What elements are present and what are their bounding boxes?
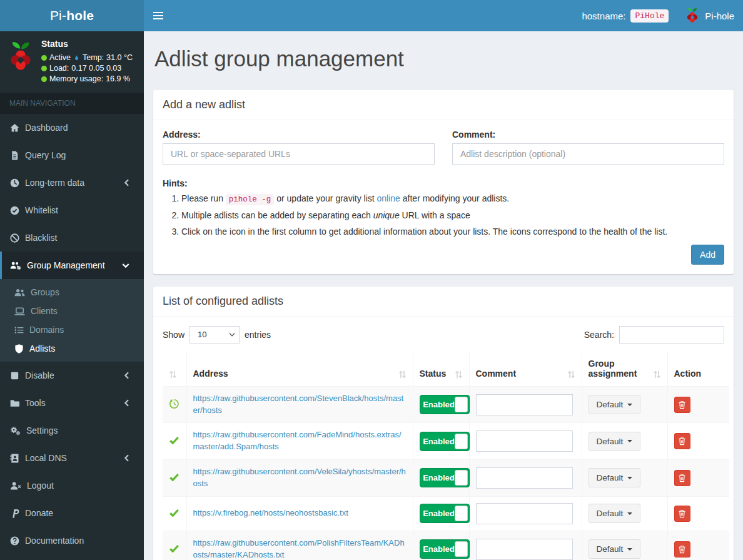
status-column-header[interactable]: Status [413, 352, 469, 387]
user-times-icon [9, 481, 22, 491]
sidebar-item-long-term-data[interactable]: Long-term data [0, 169, 144, 196]
table-row: https://raw.githubusercontent.com/Polish… [163, 531, 729, 560]
adlist-url-link[interactable]: https://raw.githubusercontent.com/FadeMi… [193, 430, 402, 451]
status-panel: Status Active Temp: 31.0 °C Load: 0.17 0 [0, 31, 144, 93]
file-icon [9, 150, 20, 161]
online-link[interactable]: online [377, 193, 400, 203]
table-row: https://raw.githubusercontent.com/FadeMi… [163, 423, 729, 460]
sidebar-item-documentation[interactable]: Documentation [0, 527, 144, 554]
group-assignment-dropdown[interactable]: Default [589, 468, 641, 487]
comment-input[interactable] [476, 430, 573, 452]
group-assignment-dropdown[interactable]: Default [589, 395, 641, 414]
sidebar-item-donate[interactable]: Donate [0, 499, 144, 527]
hint-item: Please run pihole -g or update your grav… [181, 192, 724, 205]
history-icon[interactable] [169, 399, 179, 409]
group-assignment-dropdown[interactable]: Default [589, 504, 641, 523]
search-input[interactable] [619, 326, 724, 344]
app: Pi-hole hostname: PiHole [0, 0, 743, 560]
adlist-url-link[interactable]: https://raw.githubusercontent.com/Polish… [193, 538, 405, 559]
status-toggle[interactable]: Enabled [420, 539, 470, 559]
sidebar-item-clients[interactable]: Clients [0, 302, 144, 320]
check-icon[interactable] [169, 543, 179, 554]
sidebar-item-whitelist[interactable]: Whitelist [0, 196, 144, 224]
status-toggle[interactable]: Enabled [420, 468, 470, 487]
adlist-url-link[interactable]: https://raw.githubusercontent.com/Steven… [193, 394, 404, 415]
adlist-url-link[interactable]: https://raw.githubusercontent.com/VeleSi… [193, 467, 406, 488]
sidebar-item-disable[interactable]: Disable [0, 362, 144, 389]
group-management-submenu: Groups Clients Domains Adlists [0, 279, 144, 362]
status-toggle[interactable]: Enabled [420, 395, 470, 414]
group-column-header[interactable]: Group assignment [582, 352, 667, 387]
sidebar-item-query-log[interactable]: Query Log [0, 141, 144, 169]
hint-item: Click on the icon in the first column to… [181, 225, 724, 238]
delete-adlist-button[interactable] [674, 506, 690, 522]
toggle-knob [455, 397, 468, 412]
page-title: Adlist group management [154, 46, 734, 71]
search-label: Search: [584, 330, 614, 340]
ban-icon [9, 233, 20, 243]
users-gear-icon [9, 260, 22, 271]
sidebar-item-blacklist[interactable]: Blacklist [0, 224, 144, 252]
hamburger-icon [153, 12, 163, 13]
status-toggle[interactable]: Enabled [420, 504, 470, 523]
status-dot-icon [41, 66, 47, 71]
sidebar-item-groups[interactable]: Groups [0, 283, 144, 302]
delete-adlist-button[interactable] [674, 433, 690, 449]
check-icon[interactable] [169, 507, 179, 518]
sidebar-item-dashboard[interactable]: Dashboard [0, 114, 144, 141]
sidebar-item-settings[interactable]: Settings [0, 417, 144, 444]
sidebar-item-group-management[interactable]: Group Management [0, 252, 144, 279]
check-icon[interactable] [169, 472, 179, 482]
comment-input[interactable] [476, 539, 573, 560]
page-size-select[interactable]: 10 [190, 326, 240, 344]
load-value: 0.17 0.05 0.03 [71, 64, 121, 73]
navbar-app-name: Pi-hole [705, 11, 734, 21]
caret-down-icon [627, 477, 632, 479]
group-assignment-dropdown[interactable]: Default [589, 539, 641, 559]
delete-adlist-button[interactable] [674, 397, 690, 413]
table-row: https://raw.githubusercontent.com/Steven… [163, 386, 729, 423]
status-dot-icon [41, 76, 47, 82]
add-adlist-box-title: Add a new adlist [153, 90, 734, 120]
toggle-knob [455, 434, 468, 449]
paypal-icon [9, 508, 20, 519]
pihole-g-code: pihole -g [226, 194, 275, 205]
group-assignment-dropdown[interactable]: Default [589, 432, 641, 451]
comment-input[interactable] [476, 503, 573, 524]
delete-adlist-button[interactable] [674, 470, 690, 486]
navbar-brand-link[interactable]: Pi-hole [685, 8, 734, 24]
status-toggle[interactable]: Enabled [420, 432, 470, 451]
temperature-flame-icon [73, 54, 80, 62]
comment-column-header[interactable]: Comment [469, 352, 582, 387]
sort-icon [455, 370, 463, 379]
comment-input[interactable] [476, 467, 573, 489]
add-button[interactable]: Add [691, 245, 724, 265]
toggle-knob [455, 541, 468, 557]
sort-icon [653, 370, 661, 379]
sidebar-toggle-button[interactable] [144, 0, 173, 31]
new-comment-input[interactable] [452, 143, 724, 165]
sidebar-item-tools[interactable]: Tools [0, 389, 144, 417]
app-logo[interactable]: Pi-hole [0, 0, 144, 31]
check-icon[interactable] [169, 435, 179, 445]
sidebar-item-adlists[interactable]: Adlists [0, 339, 144, 358]
load-label: Load: [49, 64, 69, 73]
nav-section-label: MAIN NAVIGATION [0, 93, 144, 114]
sidebar-item-logout[interactable]: Logout [0, 472, 144, 499]
chevron-down-icon [122, 263, 129, 268]
delete-adlist-button[interactable] [674, 541, 690, 557]
chevron-left-icon [124, 399, 129, 407]
sidebar-item-local-dns[interactable]: Local DNS [0, 444, 144, 472]
table-controls: Show 10 entries Search: [163, 326, 724, 344]
sidebar-item-domains[interactable]: Domains [0, 320, 144, 339]
comment-input[interactable] [476, 394, 573, 415]
health-column-header[interactable] [163, 352, 186, 387]
address-input[interactable] [163, 143, 435, 165]
list-icon [14, 325, 24, 335]
sort-icon [169, 370, 177, 379]
toggle-knob [455, 470, 468, 486]
adlist-url-link[interactable]: https://v.firebog.net/hosts/neohostsbasi… [193, 508, 348, 517]
clock-icon [9, 178, 20, 188]
toggle-knob [455, 506, 468, 521]
address-column-header[interactable]: Address [186, 352, 413, 387]
